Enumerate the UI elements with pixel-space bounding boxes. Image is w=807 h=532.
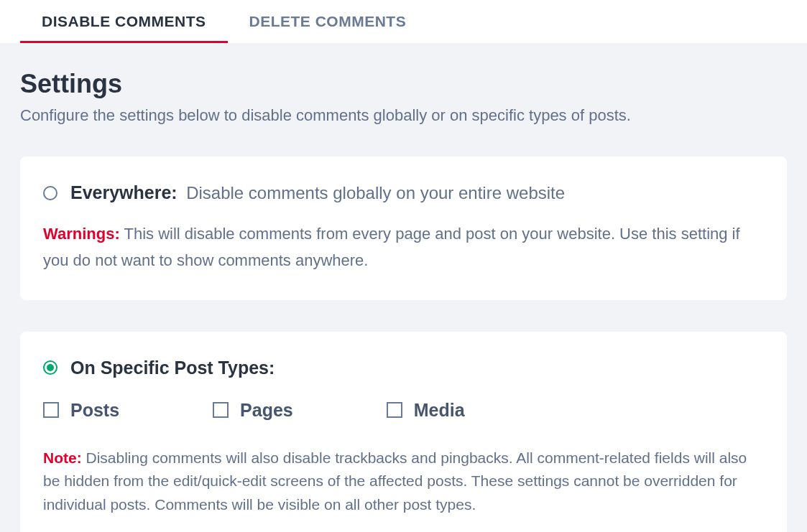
tab-delete-comments[interactable]: DELETE COMMENTS: [228, 0, 428, 43]
option-everywhere-label: Everywhere:: [70, 182, 177, 202]
option-everywhere-text: Everywhere: Disable comments globally on…: [70, 182, 565, 203]
checkbox-item-media: Media: [387, 400, 465, 421]
option-specific-row: On Specific Post Types:: [43, 358, 764, 378]
checkbox-pages[interactable]: [213, 402, 229, 418]
warning-body: This will disable comments from every pa…: [43, 225, 740, 269]
checkbox-posts-label: Posts: [70, 400, 119, 421]
checkbox-posts[interactable]: [43, 402, 59, 418]
card-everywhere: Everywhere: Disable comments globally on…: [20, 157, 787, 300]
note-paragraph: Note: Disabling comments will also disab…: [43, 447, 764, 517]
note-label: Note:: [43, 449, 82, 466]
radio-specific[interactable]: [43, 360, 57, 375]
radio-everywhere[interactable]: [43, 186, 57, 200]
note-body: Disabling comments will also disable tra…: [43, 449, 747, 513]
option-specific-label: On Specific Post Types:: [70, 358, 275, 378]
checkbox-pages-label: Pages: [240, 400, 293, 421]
tabs-bar: DISABLE COMMENTS DELETE COMMENTS: [0, 0, 807, 43]
card-specific: On Specific Post Types: Posts Pages Medi…: [20, 332, 787, 532]
option-everywhere-desc: Disable comments globally on your entire…: [186, 183, 565, 202]
checkbox-row: Posts Pages Media: [43, 400, 764, 421]
warning-label: Warnings:: [43, 225, 120, 243]
settings-title: Settings: [20, 69, 787, 99]
checkbox-item-pages: Pages: [213, 400, 293, 421]
checkbox-media-label: Media: [414, 400, 465, 421]
option-everywhere-row: Everywhere: Disable comments globally on…: [43, 182, 764, 203]
checkbox-item-posts: Posts: [43, 400, 119, 421]
content-area: Settings Configure the settings below to…: [0, 43, 807, 532]
checkbox-media[interactable]: [387, 402, 402, 418]
tab-disable-comments[interactable]: DISABLE COMMENTS: [20, 0, 228, 43]
warning-paragraph: Warnings: This will disable comments fro…: [43, 220, 764, 274]
settings-subtitle: Configure the settings below to disable …: [20, 106, 787, 125]
